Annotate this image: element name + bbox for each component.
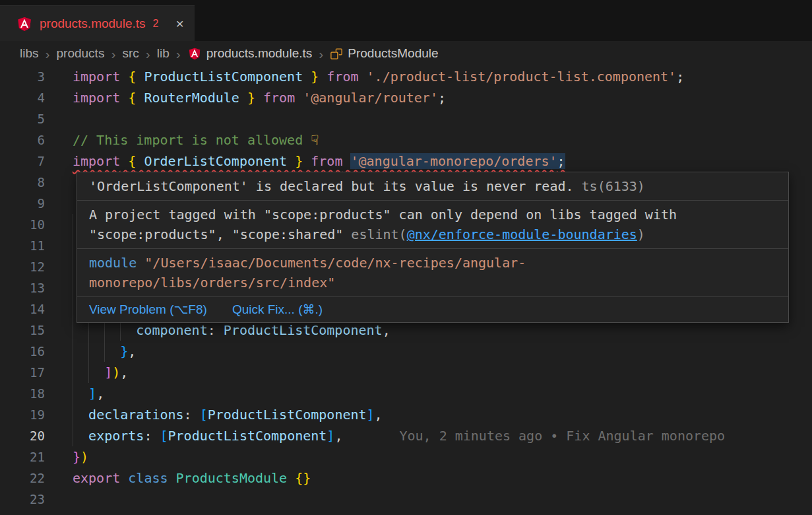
view-problem-action[interactable]: View Problem (⌥F8) <box>89 301 207 318</box>
line-number[interactable]: 18 <box>0 383 73 404</box>
code-content[interactable]: // This import is not allowed ☟ <box>73 129 319 151</box>
code-token: ] <box>104 364 112 380</box>
breadcrumb-item-lib[interactable]: lib <box>157 46 170 61</box>
code-token <box>255 90 263 106</box>
code-token: ts(6133) <box>574 178 645 194</box>
code-content[interactable]: ]), <box>73 362 128 383</box>
code-token <box>287 470 295 486</box>
code-token: : <box>208 322 224 338</box>
code-token: ; <box>676 69 684 85</box>
code-token: ) <box>637 226 645 242</box>
line-number[interactable]: 21 <box>0 446 73 467</box>
indent-guide <box>73 404 73 425</box>
indent-guide <box>73 362 73 383</box>
chevron-right-icon: › <box>46 47 50 61</box>
line-number[interactable]: 3 <box>0 66 73 87</box>
breadcrumb-label: products <box>57 46 105 61</box>
chevron-right-icon: › <box>319 47 323 61</box>
line-number[interactable]: 19 <box>0 404 73 425</box>
line-number[interactable]: 13 <box>0 277 73 298</box>
code-token <box>120 153 128 169</box>
code-token: , <box>383 322 390 338</box>
line-number[interactable]: 5 <box>0 108 73 129</box>
eslint-rule-link[interactable]: @nx/enforce-module-boundaries <box>407 226 637 242</box>
line-number[interactable]: 17 <box>0 362 73 383</box>
indent-guide <box>88 341 89 362</box>
code-content[interactable]: }, <box>73 341 136 362</box>
breadcrumb-label: libs <box>20 46 39 61</box>
code-content[interactable]: import { ProductListComponent } from './… <box>73 66 684 87</box>
code-content[interactable]: import { RouterModule } from '@angular/r… <box>73 87 446 108</box>
hover-message-1: 'OrderListComponent' is declared but its… <box>77 172 788 201</box>
code-token: export <box>73 470 120 486</box>
line-number[interactable]: 10 <box>0 214 73 235</box>
line-number[interactable]: 20 <box>0 425 73 446</box>
code-token: module <box>89 255 137 271</box>
line-number[interactable]: 6 <box>0 129 73 151</box>
code-token: { <box>128 153 136 169</box>
code-line-18: 18 ], <box>0 383 812 404</box>
breadcrumb: libs›products›src›lib›products.module.ts… <box>0 41 812 66</box>
indent-guide <box>73 425 73 446</box>
code-token: A project tagged with "scope:products" c… <box>89 207 677 223</box>
close-icon[interactable]: × <box>175 17 183 30</box>
code-token: import <box>73 90 120 106</box>
tab-bar: products.module.ts 2 × <box>0 0 812 41</box>
breadcrumb-label: products.module.ts <box>206 46 313 61</box>
code-token: 'OrderListComponent' is declared but its… <box>89 178 574 194</box>
code-token <box>168 470 176 486</box>
code-content[interactable]: declarations: [ProductListComponent], <box>73 404 383 425</box>
code-content[interactable]: exports: [ProductListComponent],You, 2 m… <box>73 425 725 446</box>
code-token: } <box>73 449 80 465</box>
code-line-7: 7import { OrderListComponent } from '@an… <box>0 151 812 172</box>
quick-fix-action[interactable]: Quick Fix... (⌘.) <box>232 301 323 318</box>
breadcrumb-item-products-module-ts[interactable]: products.module.ts <box>187 46 313 61</box>
tab-label: products.module.ts <box>40 17 146 31</box>
code-token: from <box>327 69 358 85</box>
code-token <box>120 90 128 106</box>
tab-products-module-ts[interactable]: products.module.ts 2 × <box>0 5 195 41</box>
code-token: ] <box>88 386 96 401</box>
line-number[interactable]: 8 <box>0 172 73 193</box>
line-number[interactable]: 11 <box>0 235 73 256</box>
code-line-3: 3import { ProductListComponent } from '.… <box>0 66 812 87</box>
code-token <box>303 153 311 169</box>
line-number[interactable]: 7 <box>0 151 73 172</box>
indent-guide <box>73 341 73 362</box>
code-token: './product-list/product-list.component' <box>367 69 677 85</box>
line-number[interactable]: 12 <box>0 256 73 277</box>
code-content[interactable]: }) <box>73 446 88 467</box>
code-token: import <box>73 153 120 169</box>
hover-message-line: A project tagged with "scope:products" c… <box>89 205 776 224</box>
code-token: monorepo/libs/orders/src/index" <box>89 275 335 291</box>
code-token: component <box>136 322 207 338</box>
breadcrumb-item-libs[interactable]: libs <box>20 46 39 61</box>
line-number[interactable]: 15 <box>0 320 73 341</box>
code-token <box>295 90 303 106</box>
code-token: ProductListComponent <box>208 407 367 423</box>
line-number[interactable]: 16 <box>0 341 73 362</box>
code-token: ) <box>80 449 88 465</box>
line-number[interactable]: 14 <box>0 298 73 320</box>
code-content[interactable]: import { OrderListComponent } from '@ang… <box>73 151 565 172</box>
code-content[interactable]: export class ProductsModule {} <box>73 467 311 489</box>
angular-icon <box>187 46 202 61</box>
line-number[interactable]: 22 <box>0 467 73 489</box>
line-number[interactable]: 9 <box>0 193 73 214</box>
code-token: '@angular-monorepo/orders' <box>350 153 557 169</box>
code-content[interactable]: ], <box>73 383 104 404</box>
indent-guide <box>73 277 73 298</box>
code-token: [ <box>160 428 168 444</box>
code-token: , <box>128 343 136 359</box>
breadcrumb-item-productsmodule[interactable]: ProductsModule <box>330 46 438 61</box>
line-number[interactable]: 23 <box>0 489 73 510</box>
breadcrumb-item-products[interactable]: products <box>57 46 105 61</box>
code-line-4: 4import { RouterModule } from '@angular/… <box>0 87 812 108</box>
breadcrumb-item-src[interactable]: src <box>122 46 139 61</box>
code-line-22: 22export class ProductsModule {} <box>0 467 812 489</box>
line-number[interactable]: 4 <box>0 87 73 108</box>
code-token <box>319 69 327 85</box>
editor: 3import { ProductListComponent } from '.… <box>0 66 812 515</box>
code-token: ProductsModule <box>176 470 288 486</box>
code-token: ProductListComponent <box>136 69 311 85</box>
